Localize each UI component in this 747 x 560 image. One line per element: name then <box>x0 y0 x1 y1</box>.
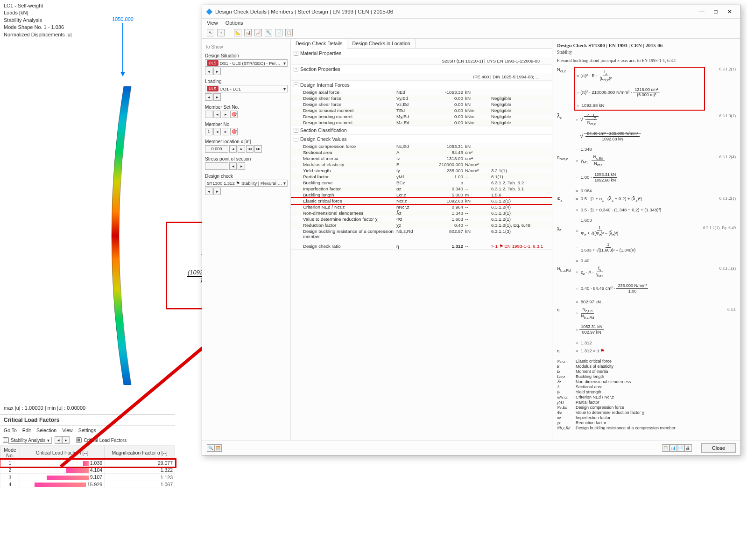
value-row: Design shear forceVz,Ed0.00kNNegligible <box>291 101 552 107</box>
close-button[interactable]: Close <box>701 443 736 453</box>
value-row: Buckling curveBCzb6.3.1.2, Tab. 6.2 <box>291 180 552 186</box>
design-check-dialog: 🔷 Design Check Details | Members | Steel… <box>202 5 741 455</box>
tool-icon[interactable]: ↔ <box>217 29 225 36</box>
dialog-titlebar[interactable]: 🔷 Design Check Details | Members | Steel… <box>202 5 740 19</box>
minimize-button[interactable]: — <box>695 7 709 16</box>
close-button[interactable]: ✕ <box>723 7 737 16</box>
tool-icon[interactable]: 📄 <box>677 444 684 452</box>
value-row: Yield strengthfy235.000N/mm²3.2.1(1) <box>291 168 552 174</box>
tool-icon[interactable]: 📈 <box>254 29 262 36</box>
design-check-ratio: Design check ratioη 1.312-- > 1 ⚑ EN 199… <box>291 243 552 249</box>
ncr-equation: = (π)² · E · Iz(Lcr,z)² = (π)² · 210000.… <box>574 67 705 111</box>
value-row: Design bending momentMy,Ed0.00kNmNegligi… <box>291 113 552 119</box>
tool-icon[interactable]: 📄 <box>275 29 282 36</box>
value-row: Design shear forceVy,Ed0.00kNNegligible <box>291 95 552 101</box>
tool-icon[interactable]: 📊 <box>669 444 677 452</box>
value-row: Imperfection factorαz0.340--6.3.1.2, Tab… <box>291 186 552 192</box>
tool-icon[interactable]: 📋 <box>662 444 669 452</box>
member-no-field[interactable]: 1 <box>205 128 212 135</box>
value-row: Sectional areaA84.46cm² <box>291 149 552 155</box>
maximize-button[interactable]: □ <box>709 7 723 16</box>
value-row: Value to determine reduction factor χΦz1… <box>291 216 552 222</box>
print-icon[interactable]: 🖨 <box>684 444 692 452</box>
design-situation-dropdown[interactable]: ULSDS1 - ULS (STR/GEO) - Perman…▾ <box>205 59 288 67</box>
clf-analysis-dropdown[interactable]: Stability Analysis ▾ <box>8 437 52 444</box>
tool-icon[interactable]: 📊 <box>244 29 252 36</box>
value-row: Criterion NEd / Ncr,znNcr,z0.964--6.3.1.… <box>291 204 552 210</box>
pick-icon[interactable]: 🎯 <box>230 128 238 135</box>
value-row: Non-dimensional slendernessλ̄z1.348--6.3… <box>291 210 552 216</box>
dialog-toolbar[interactable]: ↖ ↔ 📐 📊 📈 🔧 📄 📋 <box>202 27 740 39</box>
section-header[interactable]: +Material Properties <box>291 49 552 57</box>
loading-dropdown[interactable]: ULSCO1 - LC1▾ <box>205 85 288 92</box>
detail-tabs[interactable]: Design Check DetailsDesign Checks in Loc… <box>291 39 552 49</box>
dialog-menubar[interactable]: ViewOptions <box>202 19 740 27</box>
app-icon: 🔷 <box>206 8 212 15</box>
value-row: Design buckling resistance of a compress… <box>291 228 552 239</box>
search-icon[interactable]: 🔍 <box>207 444 214 452</box>
dialog-footer: 🔍 🧮 📋 📊 📄 🖨 Close <box>202 441 740 455</box>
tool-icon[interactable]: 🧮 <box>214 444 222 452</box>
value-row: Design compression forceNc,Ed1053.31kN <box>291 143 552 149</box>
value-row: Elastic critical forceNcr,z1092.68kN6.3.… <box>291 198 552 204</box>
design-check-dropdown[interactable]: ST1300 1.312 ⚑ Stability | Flexural …▾ <box>205 180 288 187</box>
prev-button[interactable]: ◂ <box>205 68 212 75</box>
tool-icon[interactable]: ↖ <box>207 29 214 36</box>
pick-icon[interactable]: 🎯 <box>230 111 238 118</box>
clf-icon: ⬚ <box>3 437 8 443</box>
value-row: Design axial forceNEd-1053.32kN <box>291 89 552 95</box>
value-row: Moment of inertiaIz1318.00cm⁴ <box>291 155 552 161</box>
value-row: Modulus of elasticityE210000.000N/mm² <box>291 161 552 168</box>
value-row: Partial factorγM11.00--6.1(1) <box>291 174 552 180</box>
tool-icon[interactable]: 📋 <box>285 29 293 36</box>
tool-icon[interactable]: 📐 <box>234 29 241 36</box>
value-row: Buckling lengthLcr,z5.000m1.5.6 <box>291 192 552 198</box>
model-info: LC1 - Self-weight Loads [kN] Stability A… <box>4 2 72 38</box>
location-field[interactable]: 0.000 <box>205 145 228 153</box>
formula-panel: Design Check ST1300 | EN 1993 | CEN | 20… <box>552 39 740 441</box>
field[interactable] <box>205 111 212 118</box>
load-indicator: 1050.000 <box>112 16 134 77</box>
value-row: Design bending momentMz,Ed0.00kNmNegligi… <box>291 119 552 126</box>
tool-icon[interactable]: 🔧 <box>265 29 272 36</box>
prev-button[interactable]: ◂ <box>205 93 212 101</box>
next-button[interactable]: ▸ <box>213 93 221 101</box>
clf-row[interactable]: 4 15.9261.067 <box>0 481 175 488</box>
details-panel: Design Check DetailsDesign Checks in Loc… <box>291 39 552 441</box>
side-panel: To Show Design Situation ULSDS1 - ULS (S… <box>202 39 291 441</box>
dialog-title: Design Check Details | Members | Steel D… <box>215 9 393 14</box>
svg-marker-1 <box>120 72 125 77</box>
value-row: Design torsional momentTEd0.00kNmNegligi… <box>291 107 552 113</box>
value-row: Reduction factorχz0.40--6.3.1.2(1), Eq. … <box>291 222 552 228</box>
next-button[interactable]: ▸ <box>213 68 221 75</box>
